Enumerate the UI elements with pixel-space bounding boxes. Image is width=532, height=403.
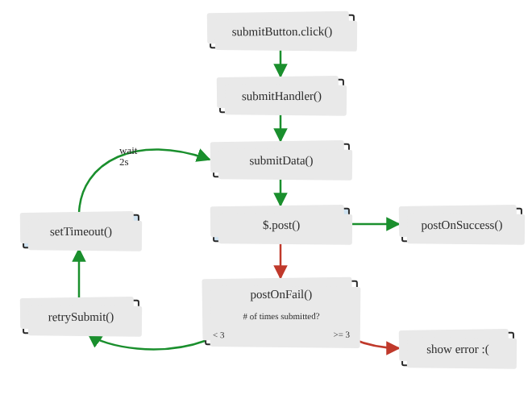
branch-label-gte3: >= 3 bbox=[333, 330, 350, 340]
node-show-error: show error :( bbox=[401, 332, 514, 366]
node-jquery-post: $.post() bbox=[213, 208, 350, 243]
node-post-on-success: postOnSuccess() bbox=[401, 208, 522, 243]
node-label: submitData() bbox=[249, 153, 313, 168]
node-label: submitButton.click() bbox=[232, 24, 333, 39]
node-retry-submit: retrySubmit() bbox=[23, 300, 139, 334]
node-set-timeout: setTimeout() bbox=[23, 214, 139, 249]
edge-label-wait-2s: wait 2s bbox=[119, 145, 137, 168]
node-label: show error :( bbox=[426, 342, 489, 356]
node-label: postOnFail() bbox=[251, 287, 313, 301]
flowchart-canvas: submitButton.click() submitHandler() sub… bbox=[0, 0, 532, 403]
node-post-on-fail: postOnFail() # of times submitted? < 3 >… bbox=[205, 280, 358, 346]
node-question: # of times submitted? bbox=[243, 311, 319, 322]
node-label: setTimeout() bbox=[50, 224, 112, 239]
node-submit-data: submitData() bbox=[213, 143, 350, 178]
node-label: submitHandler() bbox=[242, 89, 322, 103]
node-label: retrySubmit() bbox=[48, 310, 114, 324]
node-label: $.post() bbox=[263, 218, 300, 232]
branch-label-lt3: < 3 bbox=[213, 330, 225, 340]
node-submit-button-click: submitButton.click() bbox=[210, 15, 355, 49]
node-submit-handler: submitHandler() bbox=[219, 79, 344, 114]
node-label: postOnSuccess() bbox=[422, 218, 503, 232]
